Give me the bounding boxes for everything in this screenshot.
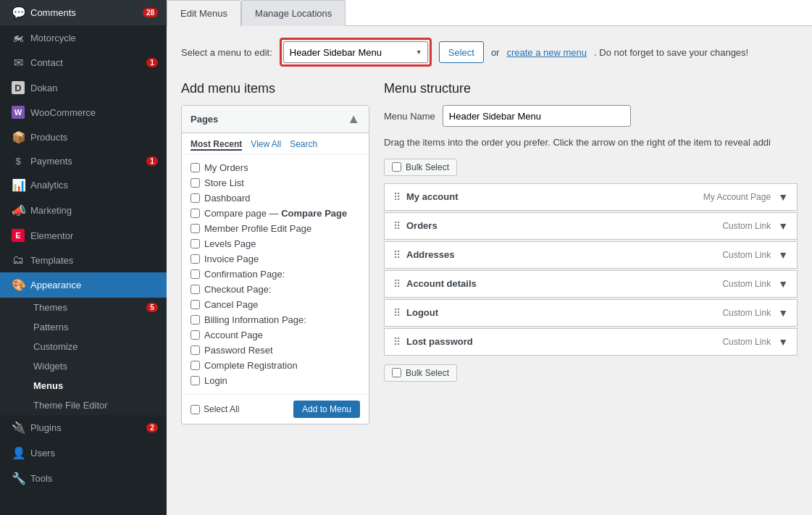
add-menu-items-title: Add menu items [181, 81, 369, 96]
menu-item-row[interactable]: ⠿ Account details Custom Link ▼ [384, 270, 798, 298]
sidebar-item-plugins[interactable]: 🔌 Plugins 2 [0, 415, 167, 440]
submenu-item-theme-file-editor[interactable]: Theme File Editor [0, 395, 167, 415]
submenu-item-customize[interactable]: Customize [0, 337, 167, 356]
menu-name-input[interactable] [443, 105, 631, 127]
sidebar-item-templates[interactable]: 🗂 Templates [0, 248, 167, 272]
sidebar-item-comments[interactable]: 💬 Comments 28 [0, 0, 167, 25]
submenu-item-widgets[interactable]: Widgets [0, 356, 167, 376]
bulk-select-bottom-checkbox[interactable] [392, 368, 401, 377]
sidebar-item-users[interactable]: 👤 Users [0, 440, 167, 466]
sidebar-item-analytics[interactable]: 📊 Analytics [0, 172, 167, 198]
page-checkbox-login[interactable] [191, 376, 200, 385]
page-label-my-orders[interactable]: My Orders [204, 162, 248, 173]
menu-item-right: Custom Link ▼ [722, 278, 788, 290]
page-label-login[interactable]: Login [204, 375, 227, 386]
page-checkbox-store-list[interactable] [191, 178, 200, 188]
select-all-label[interactable]: Select All [191, 404, 239, 414]
page-label-checkout-page[interactable]: Checkout Page: [204, 284, 272, 295]
sidebar-item-payments[interactable]: $ Payments 1 [0, 150, 167, 172]
sidebar-item-products[interactable]: 📦 Products [0, 125, 167, 150]
page-label-cancel-page[interactable]: Cancel Page [204, 299, 258, 310]
page-label-store-list[interactable]: Store List [204, 177, 244, 188]
menu-item-row[interactable]: ⠿ Lost password Custom Link ▼ [384, 328, 798, 356]
add-to-menu-button[interactable]: Add to Menu [293, 401, 360, 418]
page-checkbox-cancel-page[interactable] [191, 300, 200, 309]
plugins-badge: 2 [146, 423, 158, 432]
sidebar-item-motorcycle[interactable]: 🏍 Motorcycle [0, 25, 167, 50]
page-label-complete-registration[interactable]: Complete Registration [204, 360, 298, 371]
tab-most-recent[interactable]: Most Recent [191, 139, 242, 151]
drag-handle-icon: ⠿ [393, 220, 401, 232]
expand-arrow-icon[interactable]: ▼ [778, 249, 788, 261]
page-checkbox-account-page[interactable] [191, 330, 200, 340]
drag-handle-icon: ⠿ [393, 307, 401, 319]
menu-item-row[interactable]: ⠿ Orders Custom Link ▼ [384, 212, 798, 240]
sidebar-label-marketing: Marketing [30, 205, 158, 216]
menu-select-dropdown[interactable]: Header Sidebar MenuMain MenuFooter Menu [283, 41, 428, 63]
menu-item-row[interactable]: ⠿ My account My Account Page ▼ [384, 183, 798, 211]
select-button[interactable]: Select [439, 41, 484, 63]
expand-arrow-icon[interactable]: ▼ [778, 336, 788, 348]
sidebar-item-marketing[interactable]: 📣 Marketing [0, 198, 167, 223]
sidebar-label-woocommerce: WooCommerce [30, 107, 158, 118]
page-label-dashboard[interactable]: Dashboard [204, 193, 251, 204]
marketing-icon: 📣 [12, 204, 25, 217]
submenu-item-menus[interactable]: Menus [0, 376, 167, 395]
page-checkbox-my-orders[interactable] [191, 163, 200, 172]
comments-icon: 💬 [12, 6, 25, 20]
drag-handle-icon: ⠿ [393, 249, 401, 261]
page-checkbox-levels-page[interactable] [191, 239, 200, 248]
submenu-item-patterns[interactable]: Patterns [0, 317, 167, 337]
menu-item-row[interactable]: ⠿ Addresses Custom Link ▼ [384, 241, 798, 269]
sidebar-item-woocommerce[interactable]: W WooCommerce [0, 100, 167, 125]
expand-arrow-icon[interactable]: ▼ [778, 278, 788, 290]
bulk-select-top-button[interactable]: Bulk Select [384, 159, 457, 176]
page-checkbox-checkout-page[interactable] [191, 285, 200, 294]
page-label-password-reset[interactable]: Password Reset [204, 345, 273, 356]
drag-handle-icon: ⠿ [393, 336, 401, 348]
sidebar-item-elementor[interactable]: E Elementor [0, 223, 167, 248]
expand-arrow-icon[interactable]: ▼ [778, 220, 788, 232]
submenu-item-themes[interactable]: Themes 5 [0, 298, 167, 317]
page-checkbox-invoice-page[interactable] [191, 254, 200, 264]
select-all-checkbox[interactable] [191, 405, 200, 414]
pages-panel: Pages ▲ Most Recent View All Search My O… [181, 105, 369, 424]
plugins-icon: 🔌 [12, 421, 25, 435]
expand-arrow-icon[interactable]: ▼ [778, 191, 788, 203]
select-menu-row: Select a menu to edit: Header Sidebar Me… [181, 38, 798, 67]
page-label-levels-page[interactable]: Levels Page [204, 238, 256, 249]
panel-toggle-button[interactable]: ▲ [347, 112, 360, 127]
sidebar-item-dokan[interactable]: D Dokan [0, 75, 167, 100]
tab-edit-menus[interactable]: Edit Menus [167, 0, 241, 26]
bulk-select-bottom-button[interactable]: Bulk Select [384, 364, 457, 382]
page-label-member-profile-edit[interactable]: Member Profile Edit Page [204, 223, 311, 234]
menu-item-right: Custom Link ▼ [722, 220, 788, 232]
page-checkbox-complete-registration[interactable] [191, 361, 200, 370]
menu-item-name: My account [406, 191, 459, 202]
tab-search[interactable]: Search [290, 139, 317, 151]
sidebar-item-contact[interactable]: ✉ Contact 1 [0, 50, 167, 75]
expand-arrow-icon[interactable]: ▼ [778, 307, 788, 319]
page-checkbox-dashboard[interactable] [191, 193, 200, 203]
page-label-billing-information[interactable]: Billing Information Page: [204, 314, 306, 325]
create-new-menu-link[interactable]: create a new menu [506, 47, 587, 58]
menu-items-list: ⠿ My account My Account Page ▼ ⠿ Orders [384, 183, 798, 357]
page-label-confirmation-page[interactable]: Confirmation Page: [204, 269, 285, 280]
menu-item-type: Custom Link [722, 279, 771, 289]
page-checkbox-confirmation-page[interactable] [191, 269, 200, 279]
page-checkbox-compare-page[interactable] [191, 209, 200, 218]
page-checkbox-password-reset[interactable] [191, 346, 200, 355]
page-label-account-page[interactable]: Account Page [204, 330, 263, 340]
page-checkbox-billing-information[interactable] [191, 315, 200, 325]
sidebar-label-elementor: Elementor [30, 230, 158, 241]
page-label-invoice-page[interactable]: Invoice Page [204, 254, 259, 264]
menu-item-row[interactable]: ⠿ Logout Custom Link ▼ [384, 299, 798, 327]
bulk-select-top-checkbox[interactable] [392, 162, 401, 172]
tab-manage-locations[interactable]: Manage Locations [241, 0, 346, 26]
sidebar-item-tools[interactable]: 🔧 Tools [0, 466, 167, 491]
page-checkbox-member-profile-edit[interactable] [191, 224, 200, 233]
sidebar-item-appearance[interactable]: 🎨 Appearance [0, 272, 167, 298]
page-label-compare-page[interactable]: Compare page — Compare Page [204, 208, 347, 219]
menu-item-name: Orders [406, 220, 438, 231]
tab-view-all[interactable]: View All [251, 139, 281, 151]
